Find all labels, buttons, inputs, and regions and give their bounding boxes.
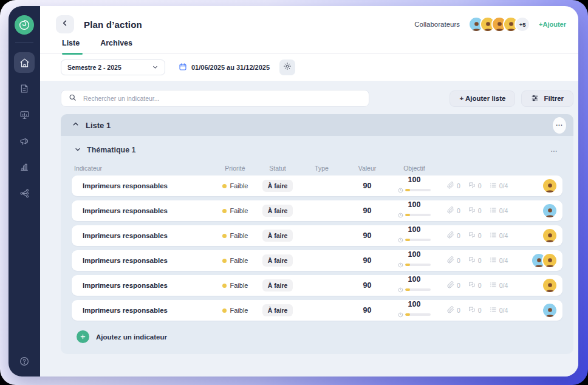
objective-progress-fill xyxy=(405,189,410,191)
date-range-value: 01/06/2025 au 31/12/2025 xyxy=(191,64,270,71)
objective-value: 100 xyxy=(408,176,421,184)
search-bar[interactable] xyxy=(61,90,369,107)
status-badge[interactable]: À faire xyxy=(262,180,293,192)
tasks-counter[interactable]: 0/4 xyxy=(490,206,508,215)
objective-cell: 100 xyxy=(384,201,445,221)
tasks-counter[interactable]: 0/4 xyxy=(490,306,508,315)
column-valeur: Valeur xyxy=(350,165,384,172)
objective-progress-track xyxy=(405,313,431,316)
add-collaborator-button[interactable]: +Ajouter xyxy=(539,21,566,28)
monitor-chart-icon xyxy=(19,110,30,120)
priority-dot xyxy=(222,284,227,288)
tasks-counter[interactable]: 0/4 xyxy=(490,281,508,290)
objective-cell: 100 xyxy=(384,251,445,271)
tab-liste[interactable]: Liste xyxy=(62,39,80,53)
attachments-counter[interactable]: 0 xyxy=(447,182,460,190)
status-badge[interactable]: À faire xyxy=(262,254,293,267)
objective-progress-track xyxy=(405,214,431,216)
comments-count: 0 xyxy=(478,282,482,289)
comments-counter[interactable]: 0 xyxy=(468,182,482,190)
network-icon xyxy=(19,188,30,199)
period-select[interactable]: Semestre 2 - 2025 xyxy=(61,60,165,75)
settings-button[interactable] xyxy=(279,60,295,75)
chevron-down-icon[interactable] xyxy=(74,145,81,155)
attachments-counter[interactable]: 0 xyxy=(447,256,460,265)
attachments-counter[interactable]: 0 xyxy=(447,206,460,215)
add-list-button[interactable]: + Ajouter liste xyxy=(450,90,515,107)
objective-progress-track xyxy=(405,288,431,291)
status-badge[interactable]: À faire xyxy=(262,279,293,291)
collaborators-more-badge[interactable]: +5 xyxy=(514,16,530,32)
paperclip-icon xyxy=(447,231,454,240)
table-row[interactable]: Imprimeurs responsables Faible À faire 9… xyxy=(72,175,562,196)
objective-value: 100 xyxy=(408,226,421,234)
assignees-cell[interactable] xyxy=(528,228,562,244)
table-row[interactable]: Imprimeurs responsables Faible À faire 9… xyxy=(72,200,562,221)
objective-value: 100 xyxy=(408,301,421,308)
clock-icon xyxy=(398,309,403,320)
attachments-counter[interactable]: 0 xyxy=(447,306,460,315)
brand-spiral-logo[interactable] xyxy=(15,15,34,35)
column-indicateur: Indicateur xyxy=(72,165,208,172)
theme-header[interactable]: Thématique 1 ... xyxy=(72,143,562,161)
sidebar-item-dashboard[interactable] xyxy=(14,104,35,125)
sliders-filter-icon xyxy=(531,94,539,103)
column-type: Type xyxy=(293,165,350,172)
page-header: Plan d’action Collaborateurs +5 +Ajouter xyxy=(40,6,578,39)
assignees-cell[interactable] xyxy=(528,178,562,194)
sidebar-item-announcements[interactable] xyxy=(14,131,35,151)
table-row[interactable]: Imprimeurs responsables Faible À faire 9… xyxy=(72,225,562,246)
megaphone-icon xyxy=(19,136,30,146)
sidebar-item-statistics[interactable] xyxy=(14,157,35,177)
list-header[interactable]: Liste 1 ... xyxy=(61,114,573,136)
chevron-left-icon xyxy=(61,19,69,30)
status-badge[interactable]: À faire xyxy=(262,230,293,242)
assignees-cell[interactable] xyxy=(528,302,562,318)
search-icon xyxy=(69,93,77,104)
content-toolbar: + Ajouter liste Filtrer xyxy=(61,90,573,107)
comments-counter[interactable]: 0 xyxy=(468,206,482,215)
add-indicator-button[interactable]: Ajoutez un indicateur xyxy=(72,325,562,344)
collaborators-avatar-stack[interactable]: +5 xyxy=(468,16,530,32)
list-more-button[interactable]: ... xyxy=(553,117,566,134)
attachments-counter[interactable]: 0 xyxy=(447,231,460,240)
date-range-picker[interactable]: 01/06/2025 au 31/12/2025 xyxy=(179,63,270,72)
assignees-cell[interactable] xyxy=(528,253,562,268)
list-card: Liste 1 ... Thématique 1 ... Indicateur … xyxy=(61,114,573,354)
objective-progress-track xyxy=(405,239,431,241)
tasks-counter[interactable]: 0/4 xyxy=(490,231,508,240)
tasks-counter[interactable]: 0/4 xyxy=(490,182,508,190)
objective-progress-fill xyxy=(405,264,410,266)
tab-archives[interactable]: Archives xyxy=(100,39,132,53)
objective-cell: 100 xyxy=(384,276,445,296)
back-button[interactable] xyxy=(56,15,74,33)
search-input[interactable] xyxy=(82,94,361,103)
priority-label: Faible xyxy=(230,207,248,214)
comments-counter[interactable]: 0 xyxy=(468,231,482,240)
theme-title: Thématique 1 xyxy=(87,146,136,154)
table-row[interactable]: Imprimeurs responsables Faible À faire 9… xyxy=(72,300,562,321)
priority-cell: Faible xyxy=(208,282,262,289)
list-title: Liste 1 xyxy=(86,121,111,130)
sidebar-item-network[interactable] xyxy=(14,183,35,203)
checklist-icon xyxy=(490,231,497,240)
table-row[interactable]: Imprimeurs responsables Faible À faire 9… xyxy=(72,250,562,271)
assignees-cell[interactable] xyxy=(528,203,562,219)
chevron-up-icon[interactable] xyxy=(72,120,80,131)
comments-counter[interactable]: 0 xyxy=(468,281,482,290)
status-badge[interactable]: À faire xyxy=(262,304,293,316)
filter-button[interactable]: Filtrer xyxy=(521,90,573,107)
sidebar-item-documents[interactable] xyxy=(14,78,35,99)
status-badge[interactable]: À faire xyxy=(262,205,293,217)
comments-counter[interactable]: 0 xyxy=(468,256,482,265)
tasks-counter[interactable]: 0/4 xyxy=(490,256,508,265)
attachments-counter[interactable]: 0 xyxy=(447,281,460,290)
comments-counter[interactable]: 0 xyxy=(468,306,482,315)
sidebar-help-button[interactable] xyxy=(19,356,30,367)
avatar xyxy=(542,302,558,318)
assignees-cell[interactable] xyxy=(528,278,562,293)
period-select-value: Semestre 2 - 2025 xyxy=(67,64,121,71)
sidebar-item-home[interactable] xyxy=(14,52,35,73)
attachments-count: 0 xyxy=(457,307,460,314)
table-row[interactable]: Imprimeurs responsables Faible À faire 9… xyxy=(72,275,562,296)
